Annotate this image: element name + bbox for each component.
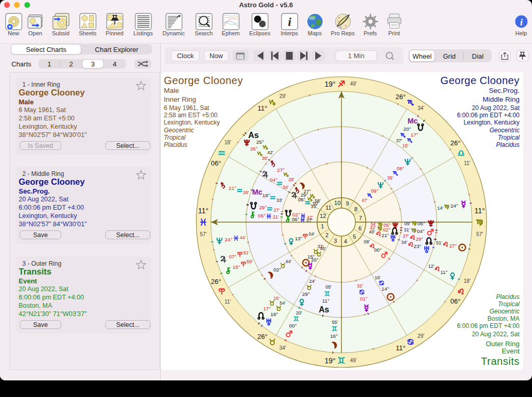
svg-text:06°: 06° [450, 297, 460, 305]
svg-text:09': 09' [404, 221, 411, 226]
svg-text:23°: 23° [414, 243, 422, 249]
svg-text:57': 57' [476, 231, 483, 237]
svg-text:59': 59' [247, 259, 253, 264]
svg-text:49': 49' [350, 81, 357, 87]
svg-text:11: 11 [326, 204, 331, 211]
svg-text:24°: 24° [451, 203, 458, 209]
svg-text:34': 34' [417, 105, 424, 111]
svg-text:6: 6 [358, 225, 361, 231]
svg-text:47': 47' [361, 198, 368, 203]
svg-text:06°: 06° [211, 159, 221, 167]
svg-text:21°: 21° [229, 185, 236, 191]
svg-text:34': 34' [401, 240, 408, 245]
svg-text:11°: 11° [198, 207, 208, 215]
svg-text:42': 42' [267, 150, 273, 155]
svg-text:As: As [248, 131, 259, 140]
svg-text:Mc: Mc [252, 188, 262, 196]
svg-text:29°: 29° [302, 291, 310, 297]
svg-text:4: 4 [344, 238, 347, 244]
svg-text:45': 45' [320, 246, 326, 251]
svg-text:29°: 29° [416, 236, 424, 242]
svg-text:21': 21' [273, 214, 279, 220]
svg-text:00°: 00° [374, 247, 382, 253]
svg-text:06°: 06° [292, 216, 300, 222]
svg-text:34': 34' [283, 185, 289, 190]
svg-text:34': 34' [370, 222, 376, 227]
svg-text:02°: 02° [273, 267, 281, 272]
svg-text:11°: 11° [440, 269, 447, 275]
svg-text:17°: 17° [263, 306, 271, 311]
svg-text:29': 29' [417, 333, 424, 339]
svg-text:07': 07' [306, 218, 313, 223]
svg-text:16': 16' [374, 275, 381, 280]
svg-text:11°: 11° [396, 344, 405, 352]
svg-text:10: 10 [334, 200, 341, 206]
svg-text:15': 15' [402, 143, 409, 148]
svg-text:2: 2 [326, 232, 329, 238]
svg-text:19°: 19° [325, 357, 335, 365]
svg-text:24': 24' [309, 279, 315, 284]
svg-text:21°: 21° [382, 232, 389, 238]
svg-text:54': 54' [279, 300, 286, 306]
svg-text:00°: 00° [289, 323, 297, 328]
svg-text:3: 3 [334, 238, 337, 244]
svg-text:01°: 01° [360, 296, 368, 302]
svg-text:04°: 04° [417, 228, 425, 234]
svg-text:06°: 06° [417, 221, 425, 226]
svg-text:19°: 19° [325, 80, 335, 88]
svg-text:33': 33' [311, 204, 317, 209]
svg-text:12: 12 [320, 213, 326, 219]
svg-text:28': 28' [288, 177, 295, 182]
svg-text:24°: 24° [225, 237, 233, 242]
svg-text:As: As [319, 305, 329, 314]
svg-text:06°: 06° [258, 213, 266, 218]
svg-text:04°: 04° [270, 177, 278, 183]
svg-text:33': 33' [276, 198, 283, 203]
svg-text:06°: 06° [298, 197, 305, 202]
svg-text:1: 1 [321, 223, 324, 229]
svg-text:31': 31' [404, 227, 410, 232]
svg-text:11': 11' [225, 299, 231, 305]
svg-text:20°: 20° [311, 257, 319, 263]
svg-text:18': 18' [225, 140, 231, 145]
svg-text:26': 26' [243, 190, 249, 195]
svg-text:51': 51' [436, 240, 442, 245]
svg-text:26°: 26° [450, 139, 460, 147]
svg-text:9: 9 [346, 200, 349, 207]
svg-text:55': 55' [332, 320, 338, 325]
svg-text:20°: 20° [403, 126, 411, 132]
svg-text:57': 57' [200, 231, 206, 237]
svg-text:11°: 11° [474, 207, 485, 215]
svg-text:27': 27' [403, 234, 409, 239]
svg-text:32': 32' [357, 283, 363, 289]
svg-text:38': 38' [262, 156, 268, 161]
svg-text:26°: 26° [257, 333, 268, 340]
svg-text:29': 29' [279, 93, 286, 99]
svg-text:18°: 18° [270, 311, 278, 317]
svg-text:11°: 11° [322, 298, 329, 304]
svg-text:25°: 25° [256, 139, 264, 145]
svg-text:7: 7 [359, 215, 362, 221]
svg-text:49': 49' [350, 358, 357, 363]
svg-text:08°: 08° [397, 166, 404, 171]
svg-text:44': 44' [286, 259, 292, 264]
svg-text:05': 05' [326, 284, 332, 290]
svg-text:35': 35' [387, 175, 394, 181]
svg-text:08': 08' [364, 239, 370, 244]
svg-text:29°: 29° [259, 204, 267, 210]
svg-text:14°: 14° [382, 286, 389, 292]
svg-text:27°: 27° [277, 167, 285, 173]
svg-text:15': 15' [273, 296, 279, 301]
svg-text:26°: 26° [211, 278, 221, 285]
svg-text:11°: 11° [258, 104, 268, 112]
svg-text:14': 14' [437, 206, 443, 211]
svg-text:13°: 13° [295, 236, 303, 241]
svg-text:27': 27' [274, 208, 280, 213]
svg-text:8: 8 [354, 206, 357, 212]
svg-text:12': 12' [428, 264, 435, 269]
svg-text:5: 5 [353, 234, 356, 240]
svg-text:09°: 09° [371, 188, 379, 194]
svg-text:20': 20' [296, 310, 302, 316]
svg-text:37': 37' [396, 138, 402, 143]
svg-text:17°: 17° [411, 132, 418, 138]
